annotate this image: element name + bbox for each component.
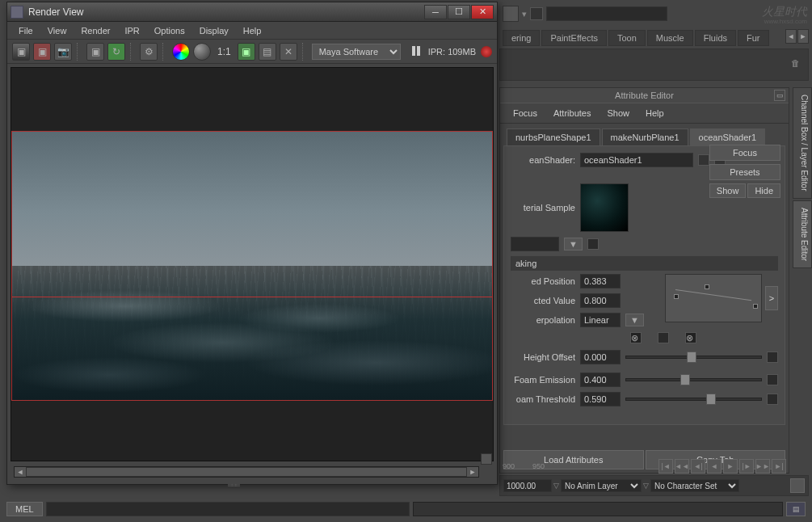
shelf-tab[interactable]: Fluids [695, 30, 736, 46]
shelf-tab[interactable]: Toon [608, 30, 646, 46]
shelf-tab[interactable]: ering [503, 30, 540, 46]
pause-icon[interactable] [412, 46, 423, 57]
renderer-select[interactable]: Maya Software [312, 44, 401, 60]
render-viewport[interactable] [11, 67, 494, 461]
ratio-label[interactable]: 1:1 [214, 46, 234, 57]
menu-options[interactable]: Options [148, 24, 191, 37]
play-forward-icon[interactable]: ► [723, 459, 738, 474]
search-input[interactable] [546, 6, 667, 21]
side-tab-attribute[interactable]: Attribute Editor [793, 200, 812, 268]
curve-box-icon[interactable]: ⊗ [630, 332, 642, 343]
real-size-icon[interactable]: ▣ [238, 43, 255, 61]
toolbar-icon[interactable] [503, 6, 519, 22]
rgb-channel-icon[interactable] [172, 43, 190, 61]
menu-file[interactable]: File [12, 24, 40, 37]
curve-next-button[interactable]: > [765, 286, 778, 310]
panel-close-icon[interactable]: ▭ [774, 90, 785, 101]
menu-render[interactable]: Render [74, 24, 116, 37]
keep-image-icon[interactable]: ▤ [259, 43, 276, 61]
render-settings-icon[interactable]: ⚙ [140, 43, 158, 61]
height-slider[interactable] [625, 356, 762, 359]
prev-frame-icon[interactable]: ◄| [691, 459, 705, 474]
menu-help[interactable]: Help [639, 107, 671, 120]
alpha-channel-icon[interactable] [193, 43, 211, 61]
scroll-thumb[interactable] [27, 468, 466, 476]
shelf-tab[interactable]: PaintEffects [541, 30, 607, 46]
shelf-tab[interactable]: Muscle [647, 30, 693, 46]
show-button[interactable]: Show [709, 183, 747, 198]
resize-grip-icon[interactable] [228, 479, 276, 482]
foam-emission-input[interactable] [580, 373, 621, 387]
tab-makenurb[interactable]: makeNurbPlane1 [602, 128, 688, 145]
scroll-left-icon[interactable]: ◄ [15, 467, 26, 477]
height-input[interactable] [580, 350, 621, 364]
close-button[interactable]: ✕ [471, 5, 494, 19]
shelf-prev-icon[interactable]: ◄ [785, 29, 797, 44]
remove-image-icon[interactable]: ✕ [280, 43, 297, 61]
dropdown-input[interactable] [511, 237, 559, 251]
shelf-next-icon[interactable]: ► [797, 29, 809, 44]
attr-connector-icon[interactable] [767, 352, 778, 363]
presets-button[interactable]: Presets [709, 164, 780, 180]
play-back-icon[interactable]: ◄ [707, 459, 722, 474]
mel-label[interactable]: MEL [6, 502, 43, 516]
character-set-select[interactable]: No Character Set [650, 479, 739, 492]
side-tab-channel[interactable]: Channel Box / Layer Editor [793, 87, 812, 199]
tab-oceanshader[interactable]: oceanShader1 [690, 128, 766, 145]
foam-threshold-input[interactable] [580, 392, 621, 406]
refresh-icon[interactable]: ↻ [107, 43, 125, 61]
dropdown-icon[interactable]: ▽ [643, 482, 649, 490]
foam-emission-slider[interactable] [625, 378, 762, 381]
menu-focus[interactable]: Focus [507, 107, 544, 120]
record-icon[interactable] [481, 46, 492, 57]
minimize-button[interactable]: ─ [424, 5, 447, 19]
checkbox[interactable] [587, 238, 599, 250]
tab-nurbs[interactable]: nurbsPlaneShape1 [507, 128, 600, 145]
step-forward-icon[interactable]: ►► [755, 459, 770, 474]
step-back-icon[interactable]: ◄◄ [675, 459, 689, 474]
mel-input[interactable] [46, 502, 410, 516]
dropdown-arrow-icon[interactable]: ▼ [564, 238, 583, 250]
render-region-icon[interactable]: ▣ [33, 43, 51, 61]
shelf-tab[interactable]: Fur [738, 30, 769, 46]
input-connection-icon[interactable] [698, 154, 709, 166]
focus-button[interactable]: Focus [709, 145, 780, 161]
menu-display[interactable]: Display [193, 24, 235, 37]
horizontal-scrollbar[interactable]: ◄ ► [14, 466, 479, 478]
script-editor-icon[interactable]: ▤ [786, 502, 806, 516]
trash-icon[interactable]: 🗑 [791, 58, 806, 73]
ipr-icon[interactable]: ▣ [86, 43, 104, 61]
attr-connector-icon[interactable] [767, 374, 778, 385]
next-frame-icon[interactable]: |► [739, 459, 754, 474]
maximize-button[interactable]: ☐ [448, 5, 470, 19]
material-sample-swatch[interactable] [580, 183, 629, 232]
attr-connector-icon[interactable] [767, 394, 778, 405]
interp-input[interactable] [580, 313, 621, 327]
interp-dropdown-icon[interactable]: ▼ [625, 314, 644, 326]
render-icon[interactable]: ▣ [12, 43, 30, 61]
rewind-start-icon[interactable]: |◄ [658, 459, 673, 474]
snapshot-icon[interactable]: 📷 [54, 43, 72, 61]
menu-view[interactable]: View [41, 24, 74, 37]
toolbar-icon[interactable] [530, 7, 543, 20]
menu-ipr[interactable]: IPR [118, 24, 145, 37]
curve-box-icon[interactable]: ⊗ [685, 332, 696, 343]
forward-end-icon[interactable]: ►| [772, 459, 786, 474]
menu-help[interactable]: Help [237, 24, 268, 37]
foam-threshold-slider[interactable] [625, 398, 762, 401]
menu-attributes[interactable]: Attributes [547, 107, 597, 120]
curve-editor[interactable] [665, 274, 762, 322]
hide-button[interactable]: Hide [747, 183, 780, 198]
scroll-right-icon[interactable]: ► [467, 467, 478, 477]
position-input[interactable] [580, 274, 621, 288]
anim-layer-select[interactable]: No Anim Layer [561, 479, 642, 492]
current-frame-input[interactable] [503, 479, 552, 492]
menu-show[interactable]: Show [600, 107, 636, 120]
dropdown-icon[interactable]: ▽ [553, 482, 559, 490]
title-bar[interactable]: Render View ─ ☐ ✕ [7, 2, 497, 22]
section-peaking[interactable]: aking [511, 256, 778, 271]
shader-name-input[interactable] [580, 153, 693, 167]
curve-box-icon[interactable] [658, 332, 669, 343]
value-input[interactable] [580, 293, 621, 308]
timeline-settings-icon[interactable] [790, 478, 805, 493]
